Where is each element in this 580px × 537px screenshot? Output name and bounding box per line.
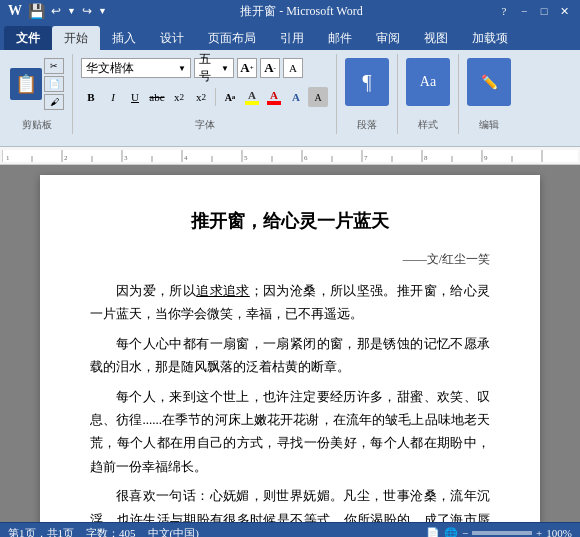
tab-design[interactable]: 设计 [148,26,196,50]
zoom-level: 100% [546,527,572,537]
document-area: 推开窗，给心灵一片蓝天 ——文/红尘一笑 因为爱，所以追求追求；因为沧桑，所以坚… [0,165,580,522]
paragraph-icon: ¶ [362,71,371,94]
page-info: 第1页，共1页 [8,526,74,537]
tab-view[interactable]: 视图 [412,26,460,50]
font-group-label: 字体 [81,118,328,132]
svg-text:3: 3 [124,154,128,162]
superscript-button[interactable]: x2 [191,87,211,107]
tab-bar: 文件 开始 插入 设计 页面布局 引用 邮件 审阅 视图 加载项 [0,22,580,50]
paragraph-3: 每个人，来到这个世上，也许注定要经历许多，甜蜜、欢笑、叹息、彷徨......在季… [90,385,490,479]
font-grow-button[interactable]: A+ [237,58,257,78]
close-button[interactable]: ✕ [556,3,572,19]
paste-button[interactable]: 📋 [10,68,42,100]
svg-text:7: 7 [364,154,368,162]
title-bar-left: W 💾 ↩ ▼ ↪ ▼ [8,3,107,20]
paste-icons: 📋 ✂ 📄 🖌 [10,58,64,110]
quick-save-icon[interactable]: 💾 [28,3,45,20]
minimize-button[interactable]: − [516,3,532,19]
quick-undo-dropdown-icon[interactable]: ▼ [67,6,76,16]
tab-review[interactable]: 审阅 [364,26,412,50]
font-color-button[interactable]: A [242,87,262,107]
style-button[interactable]: Aa [406,58,450,106]
zoom-slider[interactable] [472,531,532,535]
font-size-dropdown[interactable]: 五号 ▼ [194,58,234,78]
svg-text:1: 1 [6,154,10,162]
font-name-arrow: ▼ [178,64,186,73]
title-bar: W 💾 ↩ ▼ ↪ ▼ 推开窗 - Microsoft Word ? − □ ✕ [0,0,580,22]
tab-addins[interactable]: 加载项 [460,26,520,50]
edit-group: ✏️ 编辑 [459,54,519,134]
tab-home[interactable]: 开始 [52,26,100,50]
bold-button[interactable]: B [81,87,101,107]
clipboard-small-buttons: ✂ 📄 🖌 [44,58,64,110]
web-view-icon[interactable]: 🌐 [444,527,458,537]
svg-text:6: 6 [304,154,308,162]
strikethrough-button[interactable]: abc [147,87,167,107]
quick-redo-icon[interactable]: ↪ [82,4,92,19]
tab-references[interactable]: 引用 [268,26,316,50]
paragraph-button[interactable]: ¶ [345,58,389,106]
ruler-inner: 1 2 3 4 5 6 7 8 9 [2,150,578,162]
word-count: 字数：405 [86,526,136,537]
font-name-value: 华文楷体 [86,60,134,77]
edit-label: 编辑 [479,118,499,132]
svg-text:4: 4 [184,154,188,162]
ribbon-main: 📋 ✂ 📄 🖌 剪贴板 华文楷体 ▼ 五号 ▼ [6,54,574,140]
title-bar-controls: ? − □ ✕ [496,3,572,19]
paragraph-label: 段落 [357,118,377,132]
tab-layout[interactable]: 页面布局 [196,26,268,50]
svg-text:5: 5 [244,154,248,162]
highlight-color-bar [267,101,281,105]
cut-button[interactable]: ✂ [44,58,64,74]
svg-text:8: 8 [424,154,428,162]
paragraph-2: 每个人心中都有一扇窗，一扇紧闭的窗，那是锈蚀的记忆不愿承载的泪水，那是随风飘落的… [90,332,490,379]
underline-button[interactable]: U [125,87,145,107]
font-color-bar-highlight [245,101,259,105]
copy-button[interactable]: 📄 [44,76,64,92]
style-group: Aa 样式 [398,54,459,134]
word-logo-icon: W [8,3,22,19]
quick-undo-icon[interactable]: ↩ [51,4,61,19]
paragraph-1: 因为爱，所以追求追求；因为沧桑，所以坚强。推开窗，给心灵一片蓝天，当你学会微笑，… [90,279,490,326]
highlight-color-button[interactable]: A [264,87,284,107]
document-page[interactable]: 推开窗，给心灵一片蓝天 ——文/红尘一笑 因为爱，所以追求追求；因为沧桑，所以坚… [40,175,540,522]
font-format-row: B I U abc x2 x2 Aa A A [81,87,328,107]
subscript-button[interactable]: x2 [169,87,189,107]
format-painter-button[interactable]: 🖌 [44,94,64,110]
language: 中文(中国) [148,526,199,537]
svg-text:2: 2 [64,154,68,162]
divider1 [215,88,216,106]
ruler: 1 2 3 4 5 6 7 8 9 [0,147,580,165]
svg-text:9: 9 [484,154,488,162]
font-size-value: 五号 [199,51,221,85]
status-bar: 第1页，共1页 字数：405 中文(中国) 📄 🌐 − + 100% [0,522,580,537]
tab-insert[interactable]: 插入 [100,26,148,50]
edit-icon: ✏️ [481,74,498,91]
character-shading-button[interactable]: A [308,87,328,107]
font-size-arrow: ▼ [221,64,229,73]
clipboard-group: 📋 ✂ 📄 🖌 剪贴板 [6,54,73,134]
font-shrink-button[interactable]: A- [260,58,280,78]
ribbon: 📋 ✂ 📄 🖌 剪贴板 华文楷体 ▼ 五号 ▼ [0,50,580,147]
italic-button[interactable]: I [103,87,123,107]
underline-span-1: 追求追求 [196,283,249,298]
title-bar-title: 推开窗 - Microsoft Word [107,3,496,20]
clipboard-label: 剪贴板 [22,118,52,132]
edit-button[interactable]: ✏️ [467,58,511,106]
paragraph-4: 很喜欢一句话：心妩媚，则世界妩媚。凡尘，世事沧桑，流年沉浮，也许生活与期盼有很多… [90,484,490,522]
text-effects-button[interactable]: A [286,87,306,107]
highlight-A: A [270,89,278,101]
restore-button[interactable]: □ [536,3,552,19]
print-view-icon[interactable]: 📄 [426,527,440,537]
font-name-dropdown[interactable]: 华文楷体 ▼ [81,58,191,78]
quick-customize-icon[interactable]: ▼ [98,6,107,16]
clear-formatting-button[interactable]: A [283,58,303,78]
document-subtitle: ——文/红尘一笑 [90,249,490,271]
help-icon[interactable]: ? [496,3,512,19]
tab-file[interactable]: 文件 [4,26,52,50]
zoom-out-icon[interactable]: − [462,527,468,537]
zoom-in-icon[interactable]: + [536,527,542,537]
tab-mailings[interactable]: 邮件 [316,26,364,50]
view-icons: 📄 🌐 − + 100% [426,527,572,537]
font-color-aa-button[interactable]: Aa [220,87,240,107]
